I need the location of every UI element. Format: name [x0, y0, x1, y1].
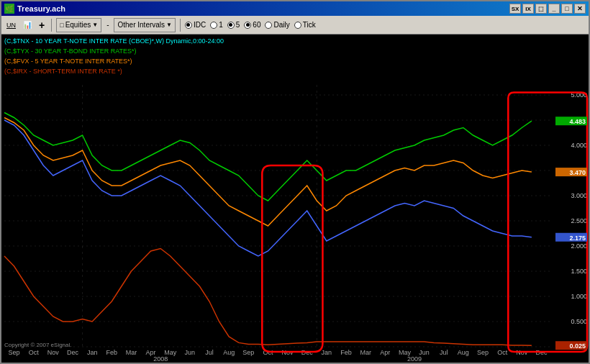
restore-button[interactable]: ⬚	[535, 4, 547, 14]
chart-canvas[interactable]	[1, 35, 589, 363]
irx-label: (C,$IRX - SHORT-TERM INTER RATE *)	[4, 66, 224, 76]
equities-dropdown[interactable]: □ Equities ▼	[56, 18, 101, 32]
sx-button[interactable]: SX	[509, 4, 521, 14]
toolbar: UN 📊 + □ Equities ▼ - Other Intervals ▼ …	[1, 16, 589, 35]
idc-radio[interactable]: IDC	[185, 21, 206, 29]
tnx-label: (C,$TNX - 10 YEAR T-NOTE INTER RATE (CBO…	[4, 36, 224, 46]
title-bar-left: 🌿 Treasury.ach	[4, 4, 65, 14]
close-button[interactable]: ✕	[574, 4, 586, 14]
copyright-text: Copyright © 2007 eSignal.	[4, 342, 72, 348]
window-title: Treasury.ach	[17, 4, 65, 13]
1-radio[interactable]: 1	[210, 21, 223, 29]
add-button[interactable]: +	[37, 19, 47, 32]
fvx-label: (C,$FVX - 5 YEAR T-NOTE INTER RATES*)	[4, 56, 224, 66]
5-radio[interactable]: 5	[227, 21, 240, 29]
maximize-button[interactable]: □	[561, 4, 573, 14]
60-radio[interactable]: 60	[244, 21, 260, 29]
sep-2	[180, 19, 181, 32]
minus-icon[interactable]: -	[104, 20, 111, 29]
tyx-label: (C,$TYX - 30 YEAR T-BOND INTER RATES*)	[4, 46, 224, 56]
toolbar-icon-2[interactable]: 📊	[21, 20, 34, 29]
chart-area: (C,$TNX - 10 YEAR T-NOTE INTER RATE (CBO…	[1, 35, 589, 363]
other-intervals-dropdown[interactable]: Other Intervals ▼	[114, 18, 176, 32]
toolbar-icon-1[interactable]: UN	[4, 21, 18, 29]
tick-radio[interactable]: Tick	[294, 21, 316, 29]
sep-1	[51, 19, 52, 32]
ix-button[interactable]: IX	[522, 4, 534, 14]
minimize-button[interactable]: _	[548, 4, 560, 14]
title-bar-controls: SX IX ⬚ _ □ ✕	[509, 4, 586, 14]
chart-labels: (C,$TNX - 10 YEAR T-NOTE INTER RATE (CBO…	[4, 36, 224, 76]
main-window: 🌿 Treasury.ach SX IX ⬚ _ □ ✕ UN 📊 + □ Eq…	[0, 0, 590, 364]
interval-radio-group: IDC 1 5 60 Daily Tick	[185, 21, 316, 29]
title-bar: 🌿 Treasury.ach SX IX ⬚ _ □ ✕	[1, 1, 589, 16]
daily-radio[interactable]: Daily	[265, 21, 289, 29]
window-icon: 🌿	[4, 4, 14, 14]
